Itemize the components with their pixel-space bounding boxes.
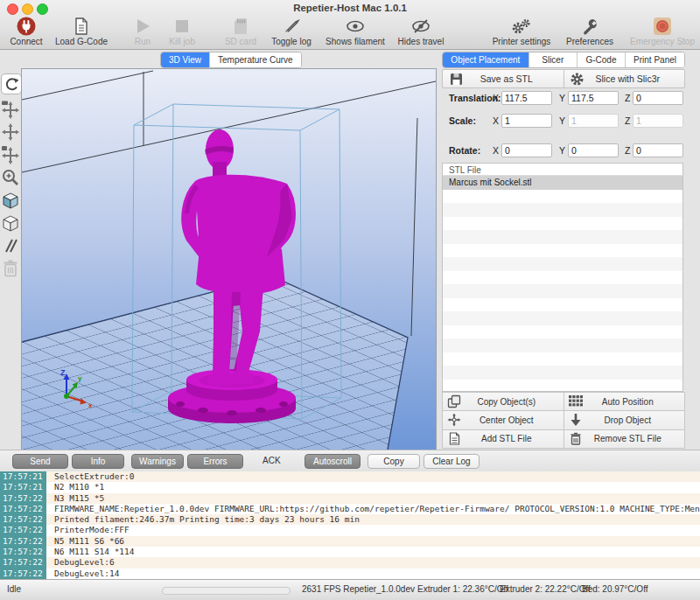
drop-object-button[interactable]: Drop Object — [564, 411, 685, 429]
rotate-icon — [4, 76, 19, 92]
toggle-log-button[interactable]: Toggle log — [266, 15, 317, 46]
stl-list-item[interactable]: Marcus mit Sockel.stl — [443, 176, 682, 190]
log-timestamp: 17:57:22 — [0, 514, 46, 525]
object-placement-panel: Object Placement Slicer G-Code Print Pan… — [442, 51, 685, 450]
rotate-x-input[interactable] — [501, 143, 552, 157]
move-camera-icon — [1, 100, 20, 119]
log-message: N3 M115 *5 — [46, 493, 104, 504]
isometric-view-button[interactable] — [0, 189, 21, 212]
remove-stl-file-button[interactable]: Remove STL File — [564, 430, 685, 448]
view-tab-bar: 3D View Temperature Curve — [160, 52, 302, 68]
list-stripe — [443, 190, 682, 204]
eye-icon — [345, 17, 366, 36]
log-filter-ack-toggle[interactable]: ACK — [262, 456, 281, 465]
view-tool-strip — [0, 73, 21, 280]
close-window-button[interactable] — [7, 3, 18, 15]
log-output[interactable]: 17:57:21SelectExtruder:0 17:57:21N2 M110… — [0, 471, 700, 579]
log-line: 17:57:22N3 M115 *5 — [0, 493, 700, 504]
log-message: DebugLevel:14 — [46, 569, 119, 579]
log-line: 17:57:21N2 M110 *1 — [0, 482, 700, 492]
list-stripe — [443, 230, 682, 244]
rotate-z-input[interactable] — [633, 143, 683, 157]
copy-log-button[interactable]: Copy — [368, 454, 420, 469]
translation-x-input[interactable] — [501, 91, 552, 105]
translation-y-input[interactable] — [568, 91, 619, 105]
list-stripe — [443, 244, 682, 258]
log-line: 17:57:22DebugLevel:6 — [0, 557, 700, 568]
parallel-lines-icon — [1, 236, 20, 255]
axis-x-label: x — [88, 401, 93, 409]
list-stripe — [443, 284, 682, 298]
fps-indicator: 2631 FPS Repetier_1.0.0dev — [302, 584, 415, 594]
log-timestamp: 17:57:22 — [0, 493, 46, 504]
extruder1-temp: Extruder 1: 22.36°C/Off — [417, 584, 508, 594]
front-view-button[interactable] — [0, 212, 21, 234]
emergency-stop-icon — [653, 17, 672, 36]
auto-position-button[interactable]: Auto Position — [564, 393, 685, 410]
translation-row: Translation: X Y Z — [442, 91, 685, 105]
log-filter-send-button[interactable]: Send — [12, 454, 68, 469]
tab-temperature-curve[interactable]: Temperature Curve — [210, 52, 301, 67]
log-filter-warnings-button[interactable]: Warnings — [131, 454, 184, 469]
eye-slash-icon — [410, 17, 431, 36]
tab-print-panel[interactable]: Print Panel — [626, 52, 684, 67]
autoscroll-toggle[interactable]: Autoscroll — [304, 454, 360, 469]
hides-travel-button[interactable]: Hides travel — [392, 15, 450, 46]
tab-gcode[interactable]: G-Code — [578, 52, 626, 67]
tab-object-placement[interactable]: Object Placement — [443, 52, 529, 67]
wrench-icon — [580, 17, 599, 36]
list-stripe — [443, 298, 682, 312]
add-stl-file-button[interactable]: Add STL File — [443, 430, 564, 448]
move-object-button[interactable] — [0, 121, 21, 143]
clear-log-button[interactable]: Clear Log — [424, 454, 480, 469]
tab-3d-view[interactable]: 3D View — [161, 52, 210, 67]
cube-filled-icon — [0, 190, 21, 211]
tab-slicer[interactable]: Slicer — [529, 52, 578, 67]
log-filter-errors-button[interactable]: Errors — [187, 454, 243, 469]
down-arrow-icon — [564, 413, 587, 427]
log-timestamp: 17:57:22 — [0, 557, 46, 568]
rotate-view-button[interactable] — [1, 73, 22, 94]
printer-settings-button[interactable]: Printer settings — [485, 15, 558, 46]
scale-x-input[interactable] — [501, 114, 552, 128]
zoom-button[interactable] — [0, 166, 21, 189]
preferences-button[interactable]: Preferences — [562, 15, 618, 46]
progress-bar — [162, 587, 290, 595]
save-as-stl-button[interactable]: Save as STL — [443, 70, 564, 87]
minimize-window-button[interactable] — [22, 3, 33, 15]
copy-objects-button[interactable]: Copy Object(s) — [443, 393, 564, 410]
log-message: Printed filament:246.37m Printing time:3… — [46, 514, 360, 525]
grid-icon — [564, 395, 587, 408]
list-stripe — [443, 325, 682, 339]
log-message: DebugLevel:6 — [46, 557, 115, 568]
3d-viewport[interactable]: Z y x — [21, 68, 437, 450]
load-gcode-button[interactable]: Load G-Code — [51, 15, 112, 46]
list-stripe — [443, 366, 682, 380]
emergency-stop-button: Emergency Stop — [628, 15, 696, 46]
log-message: N2 M110 *1 — [46, 482, 104, 492]
play-icon — [134, 17, 151, 36]
move-viewpoint-button[interactable] — [0, 98, 21, 121]
rotate-label: Rotate: — [449, 145, 480, 156]
save-slice-row: Save as STL Slice with Slic3r — [442, 69, 685, 88]
log-filter-info-button[interactable]: Info — [72, 454, 124, 469]
slice-with-slic3r-button[interactable]: Slice with Slic3r — [564, 70, 685, 87]
center-object-button[interactable]: Center Object — [443, 411, 564, 429]
parallel-projection-button[interactable] — [0, 234, 21, 257]
list-stripe — [443, 217, 682, 231]
list-stripe — [443, 311, 682, 325]
move-object-xy-button[interactable] — [0, 143, 21, 166]
log-line: 17:57:22PrinterMode:FFF — [0, 525, 700, 535]
log-message: N6 M111 S14 *114 — [46, 547, 135, 557]
shows-filament-button[interactable]: Shows filament — [320, 15, 390, 46]
zoom-window-button[interactable] — [37, 3, 48, 15]
log-line: 17:57:22N5 M111 S6 *66 — [0, 536, 700, 547]
status-bar: Idle 2631 FPS Repetier_1.0.0dev Extruder… — [0, 579, 700, 600]
bed-temp: Bed: 20.97°C/Off — [582, 584, 648, 594]
translation-z-input[interactable] — [633, 91, 683, 105]
stop-icon — [174, 17, 190, 36]
list-stripe — [443, 257, 682, 271]
log-line: 17:57:22DebugLevel:14 — [0, 569, 700, 579]
rotate-y-input[interactable] — [568, 143, 619, 157]
connect-button[interactable]: Connect — [5, 15, 47, 46]
